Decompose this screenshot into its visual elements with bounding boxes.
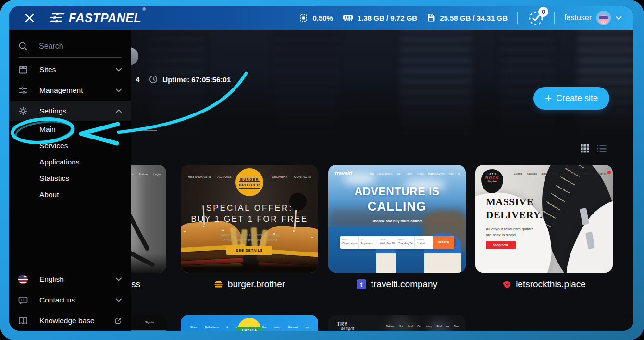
knowledge-base-label: Knowledge base [39, 316, 103, 325]
site-card-burger-brother[interactable]: RESTAURANTS ACTIONS DELIVERY CONTACTS [181, 165, 318, 273]
thumb-nav-text: a Trainer Login [132, 173, 161, 176]
thumb-nav-right: Help Center Sign In [428, 172, 460, 175]
fastpanel-logo[interactable]: FASTPANEL® [50, 11, 146, 25]
ram-value: 1.38 GB / 9.72 GB [358, 14, 417, 22]
site-thumbnail: travelti Top destinations Top Tours Trav… [328, 165, 466, 273]
burger-brother-logo: BURGERBROTHER [235, 168, 263, 196]
sidebar-item-label: Sites [39, 65, 104, 74]
thumb-button: SEE DETAILS [226, 246, 272, 255]
thumb-tagline: Taking The Burger Business Seriously [181, 233, 318, 237]
travelti-logo: travelti [335, 170, 352, 176]
subitem-label: Services [39, 141, 68, 150]
username: fastuser [564, 13, 592, 22]
subitem-label: About [39, 190, 59, 199]
contact-us-label: Contact us [39, 296, 104, 304]
site-name-burger-brother[interactable]: burger.brother [181, 279, 318, 290]
chat-bubble-icon [18, 295, 28, 305]
subitem-label: Main [39, 125, 56, 134]
site-card-travelti[interactable]: travelti Top destinations Top Tours Trav… [328, 165, 466, 273]
search-input[interactable] [39, 42, 111, 50]
sidebar-item-label: Management [39, 86, 104, 95]
site-card-letsrockthis[interactable]: LET'S ROCK this place Electric Acoustic … [475, 165, 613, 273]
main-content: 4 Uptime: 67:05:56:01 + Create site [131, 30, 633, 331]
chevron-up-icon [116, 109, 122, 113]
sidebar-subitem-about[interactable]: About [9, 187, 131, 203]
site-card-trydelight[interactable]: TRY delight Bakery Hot food Our story Fi… [328, 315, 466, 331]
sidebar-item-contact-us[interactable]: Contact us [9, 290, 131, 310]
sidebar: Sites Management Settings Main Services … [9, 30, 131, 331]
site-thumbnail: a Trainer Login [131, 165, 166, 273]
burger-favicon [214, 280, 223, 289]
sidebar-item-sites[interactable]: Sites [9, 59, 131, 80]
site-card-caytea[interactable]: Shop Collections & sorts Our story Conta… [181, 315, 318, 331]
site-name-travelti[interactable]: t travelti.company [328, 279, 466, 290]
external-link-icon [115, 317, 122, 324]
site-thumbnail: RESTAURANTS ACTIONS DELIVERY CONTACTS [181, 165, 318, 273]
window-frame: FASTPANEL® 0.50% 1.38 GB / 9.72 GB 25.58… [0, 0, 644, 340]
list-view-icon[interactable] [597, 144, 607, 153]
site-thumbnail: Sign in [131, 315, 166, 331]
sidebar-item-language[interactable]: English [9, 269, 131, 290]
chevron-down-icon [116, 277, 122, 281]
site-name-letsrockthis[interactable]: letsrockthis.place [475, 279, 613, 290]
thumb-search-button: SEARCH [433, 236, 454, 249]
site-thumbnail: TRY delight Bakery Hot food Our story Fi… [328, 315, 466, 331]
user-menu[interactable]: fastuser [564, 11, 622, 25]
browser-window-icon [18, 65, 28, 75]
thumb-headline: CALLING [328, 199, 466, 214]
create-site-label: Create site [556, 93, 598, 103]
view-toggles [581, 144, 607, 153]
grid-view-icon[interactable] [581, 144, 589, 153]
thumb-headline: BUY 1 GET 1 FOR FREE [181, 214, 318, 224]
close-icon [25, 13, 35, 23]
thumb-nav: Top destinations Top Tours Travel Agents [370, 172, 437, 175]
ram-icon [343, 14, 353, 22]
thumb-headline: MASSIVEDELIVERY. [486, 196, 543, 222]
close-menu-button[interactable] [24, 12, 35, 24]
logo-text: FASTPANEL [69, 11, 141, 25]
thumb-nav-right: DELIVERY CONTACTS [272, 175, 311, 178]
topbar-divider [554, 12, 555, 24]
chevron-down-icon [616, 16, 622, 20]
site-name-fragment[interactable]: ss [131, 279, 140, 290]
logo-registered-mark: ® [142, 7, 146, 12]
topbar: FASTPANEL® 0.50% 1.38 GB / 9.72 GB 25.58… [9, 6, 633, 30]
guitar-pick-favicon [501, 278, 512, 290]
thumb-nav-right: Sign in [598, 172, 606, 175]
sidebar-item-settings[interactable]: Settings [9, 101, 131, 121]
site-name: travelti.company [371, 279, 437, 290]
site-name: letsrockthis.place [516, 279, 586, 290]
notifications-button[interactable]: 0 [527, 9, 545, 26]
sidebar-subitem-services[interactable]: Services [9, 138, 131, 154]
site-card-row2-partial[interactable]: Sign in [131, 315, 166, 331]
sidebar-item-knowledge-base[interactable]: Knowledge base [9, 310, 131, 331]
cart-badge-decoration [607, 171, 611, 174]
travelti-favicon: t [357, 279, 366, 289]
site-thumbnail: LET'S ROCK this place Electric Acoustic … [475, 165, 613, 273]
disk-stat: 25.58 GB / 34.31 GB [427, 13, 508, 22]
chevron-down-icon [116, 298, 122, 302]
thumb-nav: Electric Acoustic Bass Amps Our stores A… [514, 172, 598, 175]
site-thumbnail: Shop Collections & sorts Our story Conta… [181, 315, 318, 331]
site-card-fitness-partial[interactable]: a Trainer Login [131, 165, 166, 273]
cpu-icon [299, 13, 308, 23]
cpu-value: 0.50% [312, 14, 333, 22]
create-site-button[interactable]: + Create site [533, 87, 609, 110]
gear-icon [18, 106, 28, 116]
thumb-nav: Bakery Hot food Our story Find us Blog [386, 325, 459, 327]
disk-icon [427, 13, 435, 22]
us-flag-icon [18, 275, 28, 284]
thumb-button: Shop now! [486, 241, 516, 249]
cpu-stat: 0.50% [299, 13, 333, 23]
sidebar-subitem-statistics[interactable]: Statistics [9, 170, 131, 187]
sliders-icon [18, 86, 28, 95]
sidebar-subitem-applications[interactable]: Applications [9, 154, 131, 170]
sidebar-subitem-main[interactable]: Main [9, 121, 131, 138]
thumb-nav-text: Sign in [145, 321, 154, 324]
search-icon [18, 41, 28, 51]
ram-stat: 1.38 GB / 9.72 GB [343, 14, 417, 22]
chevron-down-icon [116, 68, 122, 72]
sidebar-item-management[interactable]: Management [9, 80, 131, 101]
sidebar-item-label: Settings [39, 107, 104, 115]
caytea-logo-text: CAYTEA [236, 327, 263, 331]
